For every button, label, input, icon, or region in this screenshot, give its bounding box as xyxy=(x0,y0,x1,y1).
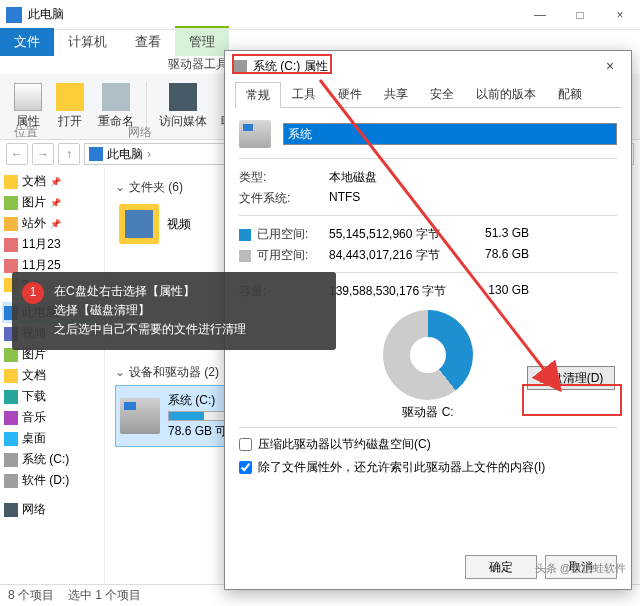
fs-label: 文件系统: xyxy=(239,190,329,207)
tab-previous[interactable]: 以前的版本 xyxy=(465,81,547,107)
tree-item: 文档📌 xyxy=(2,171,102,192)
used-color-icon xyxy=(239,229,251,241)
type-label: 类型: xyxy=(239,169,329,186)
tab-drive-tools[interactable]: 管理 xyxy=(175,26,229,56)
tree-item: 音乐 xyxy=(2,407,102,428)
video-folder-icon xyxy=(119,204,159,244)
dialog-tabs: 常规 工具 硬件 共享 安全 以前的版本 配额 xyxy=(235,81,621,108)
dialog-close-button[interactable]: × xyxy=(597,58,623,74)
disk-cleanup-button[interactable]: 磁盘清理(D) xyxy=(527,366,615,390)
fs-value: NTFS xyxy=(329,190,617,207)
maximize-button[interactable]: □ xyxy=(560,1,600,29)
usage-pie-chart xyxy=(383,310,473,400)
cap-gb: 130 GB xyxy=(469,283,529,300)
nav-up[interactable]: ↑ xyxy=(58,143,80,165)
nav-tree[interactable]: 文档📌 图片📌 站外📌 11月23 11月25 3 此电脑 视频 图片 文档 下… xyxy=(0,167,105,606)
tree-item: 下载 xyxy=(2,386,102,407)
explorer-titlebar: 此电脑 — □ × xyxy=(0,0,640,30)
tab-general[interactable]: 常规 xyxy=(235,82,281,108)
tree-item-drive-d: 软件 (D:) xyxy=(2,470,102,491)
watermark: 头条 @数据蛙软件 xyxy=(535,561,626,576)
drive-name-input[interactable] xyxy=(283,123,617,145)
drive-icon xyxy=(233,60,247,72)
ribbon-open[interactable]: 打开 xyxy=(50,79,90,134)
group-network-label: 网络 xyxy=(128,124,152,141)
compress-checkbox[interactable]: 压缩此驱动器以节约磁盘空间(C) xyxy=(239,436,617,453)
rename-icon xyxy=(102,83,130,111)
tree-item: 图片📌 xyxy=(2,192,102,213)
type-value: 本地磁盘 xyxy=(329,169,617,186)
nav-back[interactable]: ← xyxy=(6,143,28,165)
tab-view[interactable]: 查看 xyxy=(121,28,175,56)
tab-tools[interactable]: 工具 xyxy=(281,81,327,107)
ribbon-access-media[interactable]: 访问媒体 xyxy=(153,79,213,134)
nav-forward[interactable]: → xyxy=(32,143,54,165)
tab-quota[interactable]: 配额 xyxy=(547,81,593,107)
free-color-icon xyxy=(239,250,251,262)
ok-button[interactable]: 确定 xyxy=(465,555,537,579)
dialog-title: 系统 (C:) 属性 xyxy=(253,58,597,75)
tree-item-network: 网络 xyxy=(2,499,102,520)
pc-icon xyxy=(6,7,22,23)
minimize-button[interactable]: — xyxy=(520,1,560,29)
tab-security[interactable]: 安全 xyxy=(419,81,465,107)
tooltip-line: 选择【磁盘清理】 xyxy=(54,301,322,320)
cap-bytes: 139,588,530,176 字节 xyxy=(329,283,469,300)
drive-icon xyxy=(120,398,160,434)
step-number: 1 xyxy=(22,282,44,304)
tree-item: 11月23 xyxy=(2,234,102,255)
tree-item: 桌面 xyxy=(2,428,102,449)
tree-item-drive-c: 系统 (C:) xyxy=(2,449,102,470)
drive-tools-label: 驱动器工具 xyxy=(168,56,228,74)
used-gb: 51.3 GB xyxy=(469,226,529,243)
tab-hardware[interactable]: 硬件 xyxy=(327,81,373,107)
tree-item: 站外📌 xyxy=(2,213,102,234)
properties-icon xyxy=(14,83,42,111)
free-bytes: 84,443,017,216 字节 xyxy=(329,247,469,264)
media-icon xyxy=(169,83,197,111)
close-button[interactable]: × xyxy=(600,1,640,29)
tooltip-line: 在C盘处右击选择【属性】 xyxy=(54,282,322,301)
used-bytes: 55,145,512,960 字节 xyxy=(329,226,469,243)
drive-icon xyxy=(239,120,271,148)
window-title: 此电脑 xyxy=(28,6,520,23)
tab-sharing[interactable]: 共享 xyxy=(373,81,419,107)
tooltip-line: 之后选中自己不需要的文件进行清理 xyxy=(54,320,322,339)
tab-computer[interactable]: 计算机 xyxy=(54,28,121,56)
file-tab[interactable]: 文件 xyxy=(0,28,54,56)
drive-label: 驱动器 C: xyxy=(239,404,617,421)
selected-count: 选中 1 个项目 xyxy=(68,587,141,604)
free-gb: 78.6 GB xyxy=(469,247,529,264)
open-icon xyxy=(56,83,84,111)
group-location-label: 位置 xyxy=(14,124,38,141)
index-checkbox[interactable]: 除了文件属性外，还允许索引此驱动器上文件的内容(I) xyxy=(239,459,617,476)
pc-icon xyxy=(89,147,103,161)
tree-item: 文档 xyxy=(2,365,102,386)
instruction-tooltip: 1 在C盘处右击选择【属性】 选择【磁盘清理】 之后选中自己不需要的文件进行清理 xyxy=(12,272,336,350)
item-count: 8 个项目 xyxy=(8,587,54,604)
